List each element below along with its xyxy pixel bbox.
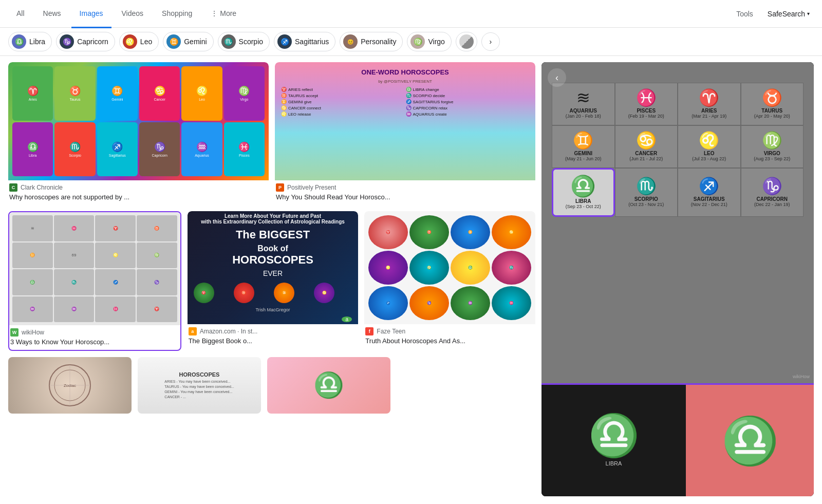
taurus-symbol: ♉ <box>762 89 782 106</box>
source-name-faze: Faze Teen <box>377 328 405 335</box>
zodiac-cell-libra[interactable]: ♎ LIBRA (Sep 23 - Oct 22) <box>552 168 615 217</box>
result-image-pink-zodiac[interactable]: ♎ <box>267 357 390 414</box>
results-grid: ♈Aries ♉Taurus ♊Gemini ♋Cancer ♌Leo ♍Vir… <box>8 62 535 496</box>
nav-shopping[interactable]: Shopping <box>154 1 200 28</box>
nav-images[interactable]: Images <box>71 1 111 28</box>
oneword-grid: ♈ARIES reflect ♎LIBRA change ♉TAURUS acc… <box>281 87 529 117</box>
sagittarius-symbol: ♐ <box>699 178 719 194</box>
zodiac-cell-capricorn[interactable]: ♑ CAPRICORN (Dec 22 - Jan 19) <box>741 168 804 217</box>
result-image-horoscopes-text[interactable]: HOROSCOPES ARIES - You may have been con… <box>138 357 261 414</box>
result-title-wikihow: 3 Ways to Know Your Horoscop... <box>10 338 179 347</box>
bottom-results-row: Zodiac HOROSCOPES ARIES - You may have b… <box>8 357 535 420</box>
pisces-symbol: ♓ <box>636 89 657 106</box>
more-dots-icon: ⋮ <box>211 9 218 17</box>
taurus-dates: (Apr 20 - May 20) <box>754 114 790 119</box>
zodiac-cell-sagittarius[interactable]: ♐ SAGITARIUS (Nov 22 - Dec 21) <box>678 168 741 217</box>
zodiac-cell-gemini[interactable]: ♊ GEMINI (May 21 - Jun 20) <box>552 125 615 168</box>
result-title-amazon: The Biggest Book o... <box>189 337 358 346</box>
favicon-positively: P <box>276 183 284 192</box>
tools-button[interactable]: Tools <box>728 0 761 28</box>
gemini-symbol: ♊ <box>573 132 593 148</box>
libra-dark-label: LIBRA <box>606 460 622 466</box>
favicon-wikihow: W <box>10 328 18 337</box>
bottom-panels: ♎ LIBRA ♎ <box>541 383 814 496</box>
amazon-badge: a <box>342 316 352 322</box>
tile-gemini: ♊Gemini <box>97 66 138 121</box>
zodiac-cell-cancer[interactable]: ♋ CANCER (Jun 21 - Jul 22) <box>615 125 678 168</box>
zodiac-cell-leo[interactable]: ♌ LEO (Jul 23 - Aug 22) <box>678 125 741 168</box>
zodiac-cell-aries[interactable]: ♈ ARIES (Mar 21 - Apr 19) <box>678 83 741 125</box>
nav-all[interactable]: All <box>8 1 33 28</box>
zodiac-cell-scorpio[interactable]: ♏ SCORPIO (Oct 23 - Nov 21) <box>615 168 678 217</box>
aries-dates: (Mar 21 - Apr 19) <box>692 114 726 119</box>
nav-more[interactable]: ⋮ More <box>202 1 245 28</box>
result-card-amazon[interactable]: Learn More About Your Future and Pastwit… <box>188 211 359 351</box>
source-name-clark: Clark Chronicle <box>21 184 63 191</box>
filter-chip-virgo[interactable]: ♍ Virgo <box>407 32 451 51</box>
source-clark: C Clark Chronicle <box>9 183 268 192</box>
virgo-dates: (Aug 23 - Sep 22) <box>754 156 790 161</box>
filter-chip-libra[interactable]: ♎ Libra <box>8 32 52 51</box>
result-card-wikihow[interactable]: ≋ ♓ ♈ ♉ ♊ 69 ♌ ♍ ♎ ♏ ♐ ♑ ♒ ♒ ♓ <box>8 211 181 351</box>
chevron-right-icon: › <box>490 38 492 46</box>
source-amazon: a Amazon.com · In st... <box>189 327 358 335</box>
personality-avatar: 😊 <box>343 34 358 49</box>
scorpio-dates: (Oct 23 - Nov 21) <box>628 202 664 207</box>
tile-aries: ♈Aries <box>12 66 53 121</box>
zodiac-grid-area: ≋ AQUARIUS (Jan 20 - Feb 18) ♓ PISCES (F… <box>541 62 814 383</box>
result-title-faze: Truth About Horoscopes And As... <box>365 337 534 346</box>
result-image-circular[interactable]: Zodiac <box>8 357 132 414</box>
result-title-clark: Why horoscopes are not supported by ... <box>9 193 268 202</box>
top-navigation: All News Images Videos Shopping ⋮ More T… <box>0 0 822 28</box>
aries-name: ARIES <box>701 108 717 114</box>
zodiac-cell-pisces[interactable]: ♓ PISCES (Feb 19 - Mar 20) <box>615 83 678 125</box>
safesearch-button[interactable]: SafeSearch ▾ <box>763 10 814 18</box>
capricorn-name: CAPRICORN <box>756 196 788 202</box>
filter-chip-leo[interactable]: ♌ Leo <box>119 32 159 51</box>
source-name-wikihow: wikiHow <box>22 329 44 336</box>
zodiac-cell-taurus[interactable]: ♉ TAURUS (Apr 20 - May 20) <box>741 83 804 125</box>
filter-chip-capricorn[interactable]: ♑ Capricorn <box>56 32 115 51</box>
crescent-avatar <box>459 34 474 49</box>
libra-dates: (Sep 23 - Oct 22) <box>566 204 601 209</box>
libra-avatar: ♎ <box>12 34 26 49</box>
sagittarius-dates: (Nov 22 - Dec 21) <box>691 202 727 207</box>
cancer-name: CANCER <box>635 151 657 156</box>
result-card-clark[interactable]: ♈Aries ♉Taurus ♊Gemini ♋Cancer ♌Leo ♍Vir… <box>8 62 269 205</box>
result-title-positively: Why You Should Read Your Horosco... <box>276 193 534 202</box>
zodiac-sign-grid: ≋ AQUARIUS (Jan 20 - Feb 18) ♓ PISCES (F… <box>552 83 804 217</box>
filter-chip-sagittarius[interactable]: ♐ Sagittarius <box>274 32 335 51</box>
source-name-amazon: Amazon.com · In st... <box>200 328 258 335</box>
libra-light-symbol: ♎ <box>721 418 779 464</box>
bottom-right-panel[interactable]: ♎ <box>686 385 814 496</box>
filter-chip-personality[interactable]: 😊 Personality <box>340 32 403 51</box>
pisces-dates: (Feb 19 - Mar 20) <box>628 114 664 119</box>
cancer-symbol: ♋ <box>636 132 657 148</box>
leo-dates: (Jul 23 - Aug 22) <box>692 156 726 161</box>
favicon-amazon: a <box>189 327 197 335</box>
result-footer-amazon: a Amazon.com · In st... The Biggest Book… <box>188 324 359 349</box>
bottom-left-panel[interactable]: ♎ LIBRA <box>541 385 686 496</box>
libra-dark-symbol: ♎ <box>588 415 640 456</box>
tile-libra: ♎Libra <box>12 122 53 177</box>
source-wikihow: W wikiHow <box>10 328 179 337</box>
nav-videos[interactable]: Videos <box>114 1 152 28</box>
sagittarius-name: SAGITARIUS <box>694 196 725 202</box>
zodiac-cell-aquarius[interactable]: ≋ AQUARIUS (Jan 20 - Feb 18) <box>552 83 615 125</box>
aquarius-symbol: ≋ <box>576 89 590 106</box>
result-footer-positively: P Positively Present Why You Should Read… <box>275 180 535 205</box>
result-footer-clark: C Clark Chronicle Why horoscopes are not… <box>8 180 269 205</box>
result-card-positively[interactable]: ONE-WORD HOROSCOPES by @POSITIVELY PRESE… <box>275 62 535 205</box>
filter-next-button[interactable]: › <box>481 32 500 51</box>
result-card-faze[interactable]: ♈ ♉ ♊ ♋ ♌ ♍ ♎ ♏ ♐ ♑ ♒ ♓ <box>364 211 535 351</box>
filter-chip-next[interactable] <box>456 32 477 51</box>
zodiac-cell-virgo[interactable]: ♍ VIRGO (Aug 23 - Sep 22) <box>741 125 804 168</box>
leo-name: LEO <box>704 151 715 156</box>
libra-symbol: ♎ <box>570 176 596 196</box>
panel-back-button[interactable]: ‹ <box>548 68 566 87</box>
tile-virgo: ♍Virgo <box>224 66 265 121</box>
filter-chip-gemini[interactable]: ♊ Gemini <box>163 32 213 51</box>
nav-news[interactable]: News <box>35 1 69 28</box>
filter-chip-scorpio[interactable]: ♏ Scorpio <box>218 32 270 51</box>
result-footer-wikihow: W wikiHow 3 Ways to Know Your Horoscop..… <box>9 325 180 350</box>
